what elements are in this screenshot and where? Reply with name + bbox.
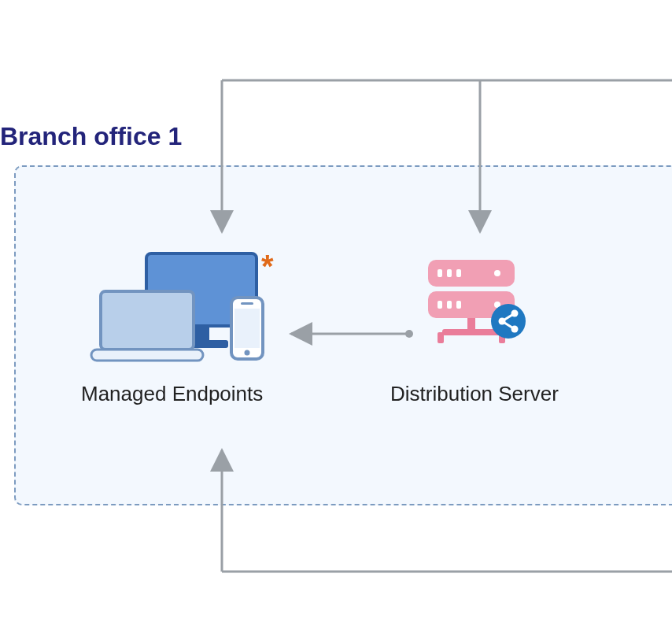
connectors: [0, 0, 672, 644]
diagram-canvas: Branch office 1 *: [0, 0, 672, 644]
